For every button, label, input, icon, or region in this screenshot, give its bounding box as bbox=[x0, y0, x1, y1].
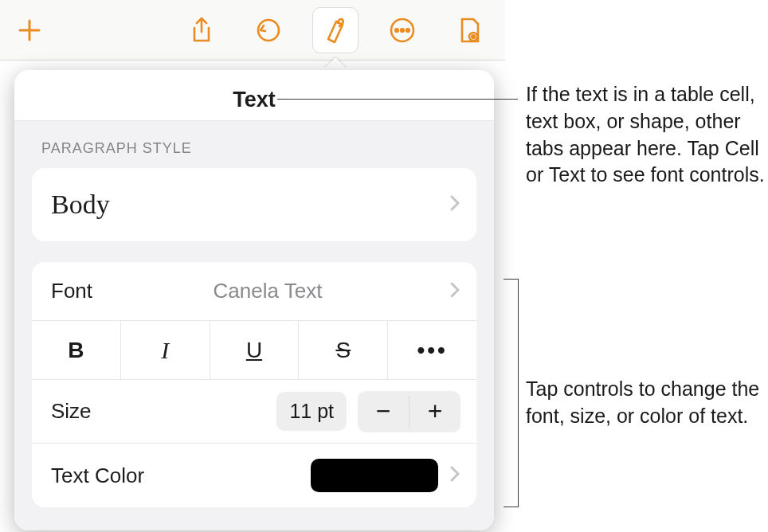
svg-point-6 bbox=[406, 29, 409, 32]
size-value[interactable]: 11 pt bbox=[276, 392, 347, 431]
text-color-swatch[interactable] bbox=[311, 459, 438, 492]
text-color-label: Text Color bbox=[51, 464, 144, 488]
size-stepper: − + bbox=[358, 391, 460, 432]
svg-point-8 bbox=[472, 35, 475, 38]
text-controls-card: Font Canela Text B I U S ••• Size 11 pt bbox=[32, 262, 476, 507]
share-button[interactable] bbox=[178, 7, 225, 53]
bold-button[interactable]: B bbox=[32, 321, 121, 379]
callout-bracket bbox=[518, 279, 519, 507]
font-style-row: B I U S ••• bbox=[32, 321, 476, 380]
strikethrough-button[interactable]: S bbox=[299, 321, 388, 379]
format-popover: Text PARAGRAPH STYLE Body Font Canela Te… bbox=[14, 70, 494, 530]
add-button[interactable] bbox=[6, 7, 53, 53]
paragraph-style-label: PARAGRAPH STYLE bbox=[41, 140, 473, 157]
popover-body: PARAGRAPH STYLE Body Font Canela Text bbox=[14, 120, 494, 530]
underline-button[interactable]: U bbox=[210, 321, 300, 379]
font-value: Canela Text bbox=[214, 279, 329, 303]
chevron-right-icon bbox=[449, 281, 460, 302]
undo-button[interactable] bbox=[245, 7, 292, 53]
size-row: Size 11 pt − + bbox=[32, 380, 476, 444]
toolbar bbox=[0, 0, 505, 61]
callout-text-tab: If the text is in a table cell, text box… bbox=[526, 81, 765, 189]
chevron-right-icon bbox=[449, 194, 460, 215]
paragraph-style-card: Body bbox=[32, 168, 476, 241]
more-button[interactable] bbox=[379, 7, 425, 53]
size-decrease-button[interactable]: − bbox=[358, 391, 409, 432]
font-label: Font bbox=[51, 279, 92, 303]
chevron-right-icon bbox=[449, 465, 460, 486]
popover-header: Text bbox=[14, 70, 494, 120]
svg-point-5 bbox=[401, 29, 404, 32]
svg-point-4 bbox=[395, 29, 398, 32]
size-label: Size bbox=[51, 399, 92, 424]
callout-font-controls: Tap controls to change the font, size, o… bbox=[526, 376, 765, 430]
app-sidebar: Text PARAGRAPH STYLE Body Font Canela Te… bbox=[0, 0, 505, 532]
text-color-row[interactable]: Text Color bbox=[32, 444, 476, 507]
font-row[interactable]: Font Canela Text bbox=[32, 262, 476, 321]
callout-connector bbox=[277, 99, 518, 100]
paragraph-style-value: Body bbox=[51, 190, 110, 220]
paragraph-style-row[interactable]: Body bbox=[32, 168, 476, 241]
size-increase-button[interactable]: + bbox=[409, 391, 460, 432]
format-button[interactable] bbox=[312, 7, 359, 53]
italic-button[interactable]: I bbox=[121, 321, 210, 379]
document-button[interactable] bbox=[446, 7, 492, 53]
callout-bracket bbox=[504, 279, 518, 280]
callout-bracket bbox=[504, 507, 518, 507]
popover-title: Text bbox=[233, 88, 276, 112]
more-styles-button[interactable]: ••• bbox=[388, 321, 476, 379]
